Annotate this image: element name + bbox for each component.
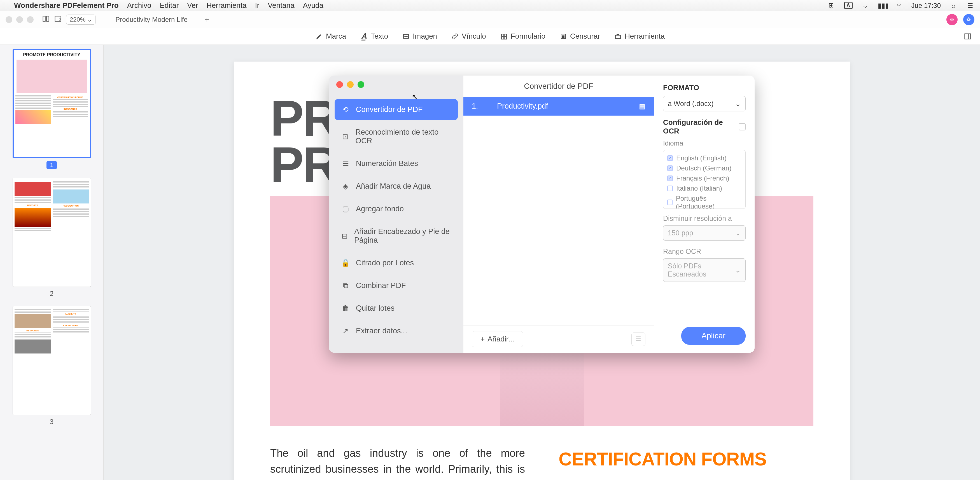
dialog-settings-panel: FORMATO a Word (.docx) ⌄ Configuración d…: [654, 76, 755, 353]
feedback-button[interactable]: ☺: [947, 14, 958, 25]
svg-rect-9: [616, 35, 620, 39]
view-mode-icon[interactable]: [54, 15, 62, 24]
ocr-icon: ⊡: [341, 132, 349, 141]
tool-vinculo[interactable]: Vínculo: [451, 32, 486, 41]
chevron-down-icon: ⌄: [735, 266, 741, 274]
window-titlebar: 220% ⌄ Productivity Modern Life + ☺ ⛭: [0, 11, 980, 28]
minimize-window-button[interactable]: [16, 16, 23, 23]
thumbnails-sidebar: PROMOTE PRODUCTIVITY CERTIFICATION FORMS…: [0, 45, 103, 480]
format-value: a Word (.docx): [668, 100, 713, 108]
new-tab-button[interactable]: +: [199, 15, 215, 24]
close-window-button[interactable]: [6, 16, 12, 23]
dialog-maximize-button[interactable]: [358, 81, 364, 88]
nav-extract[interactable]: ↗ Extraer datos...: [335, 321, 458, 342]
file-name: Productivity.pdf: [488, 102, 639, 111]
lang-portuguese[interactable]: Português (Portuguese): [667, 193, 741, 209]
file-row[interactable]: 1. Productivity.pdf ▤: [463, 97, 654, 116]
lang-french[interactable]: ✓Français (French): [667, 173, 741, 183]
body-column-left: The oil and gas industry is one of the m…: [270, 445, 525, 480]
page-thumbnail-1[interactable]: PROMOTE PRODUCTIVITY CERTIFICATION FORMS…: [13, 49, 91, 158]
menu-ventana[interactable]: Ventana: [268, 1, 294, 10]
reduce-label: Disminuir resolución a: [663, 215, 746, 223]
format-dropdown[interactable]: a Word (.docx) ⌄: [663, 96, 746, 111]
menu-ver[interactable]: Ver: [187, 1, 198, 10]
shield-icon[interactable]: ⛨: [827, 2, 836, 10]
lang-german[interactable]: ✓Deutsch (German): [667, 163, 741, 173]
wifi-icon[interactable]: ⌔: [895, 2, 903, 10]
nav-combine[interactable]: ⧉ Combinar PDF: [335, 275, 458, 296]
resolution-dropdown[interactable]: 150 ppp ⌄: [663, 225, 746, 241]
checkbox-checked-icon: ✓: [667, 155, 673, 161]
file-number: 1.: [472, 102, 488, 111]
nav-remove[interactable]: 🗑 Quitar lotes: [335, 298, 458, 319]
spotlight-icon[interactable]: ⌕: [949, 2, 958, 10]
layout-icon[interactable]: [42, 15, 50, 24]
panel-toggle[interactable]: [964, 32, 972, 40]
formato-label: FORMATO: [663, 83, 746, 92]
dialog-minimize-button[interactable]: [347, 81, 354, 88]
tool-label: Texto: [371, 32, 388, 41]
macos-menubar: Wondershare PDFelement Pro Archivo Edita…: [0, 0, 980, 11]
nav-encrypt[interactable]: 🔒 Cifrado por Lotes: [335, 253, 458, 273]
checkbox-icon: [667, 200, 673, 205]
image-icon: [402, 32, 410, 40]
rango-label: Rango OCR: [663, 248, 746, 256]
nav-convertidor[interactable]: ⟲ Convertidor de PDF: [335, 99, 458, 120]
nav-label: Agregar fondo: [356, 205, 404, 213]
ocr-enable-checkbox[interactable]: [739, 123, 746, 130]
tool-herramienta[interactable]: Herramienta: [614, 32, 665, 41]
apply-button[interactable]: Aplicar: [681, 327, 746, 345]
chevron-down-icon: ⌄: [87, 16, 92, 23]
document-canvas[interactable]: PROMOTE PRODUCTIVITY The oil and gas ind…: [103, 45, 980, 480]
dialog-close-button[interactable]: [336, 81, 343, 88]
maximize-window-button[interactable]: [27, 16, 33, 23]
ocr-range-dropdown[interactable]: Sólo PDFs Escaneados ⌄: [663, 258, 746, 282]
svg-rect-10: [965, 33, 971, 39]
combine-icon: ⧉: [341, 281, 350, 290]
dialog-file-list: Convertidor de PDF 1. Productivity.pdf ▤…: [463, 76, 654, 353]
keyboard-icon[interactable]: A: [844, 2, 853, 9]
clock[interactable]: Jue 17:30: [912, 2, 941, 10]
nav-header-footer[interactable]: ⊟ Añadir Encabezado y Pie de Página: [335, 221, 458, 251]
document-tab[interactable]: Productivity Modern Life: [104, 13, 199, 26]
checkbox-icon: [667, 186, 673, 191]
ocr-config-label: Configuración de OCR: [663, 118, 739, 135]
tool-label: Herramienta: [625, 32, 665, 41]
app-name[interactable]: Wondershare PDFelement Pro: [14, 1, 119, 10]
add-file-button[interactable]: + Añadir...: [472, 331, 523, 347]
language-list[interactable]: ✓English (English) ✓Deutsch (German) ✓Fr…: [663, 150, 746, 209]
nav-label: Numeración Bates: [356, 159, 418, 168]
nav-ocr[interactable]: ⊡ Reconocimiento de texto OCR: [335, 122, 458, 151]
bluetooth-icon[interactable]: ⌵: [861, 2, 869, 10]
traffic-lights: [6, 16, 33, 23]
menu-editar[interactable]: Editar: [160, 1, 179, 10]
lang-italian[interactable]: Italiano (Italian): [667, 183, 741, 193]
zoom-dropdown[interactable]: 220% ⌄: [66, 14, 96, 25]
nav-bates[interactable]: ☰ Numeración Bates: [335, 153, 458, 174]
user-account-button[interactable]: ⛭: [963, 14, 974, 25]
file-preview-icon[interactable]: ▤: [639, 102, 645, 110]
tool-marca[interactable]: Marca: [315, 32, 346, 41]
list-view-toggle[interactable]: ☰: [632, 332, 645, 346]
menu-ir[interactable]: Ir: [255, 1, 259, 10]
tool-label: Formulario: [511, 32, 546, 41]
idioma-label: Idioma: [663, 139, 746, 147]
nav-background[interactable]: ▢ Agregar fondo: [335, 199, 458, 219]
tool-censurar[interactable]: Censurar: [560, 32, 600, 41]
tool-imagen[interactable]: Imagen: [402, 32, 437, 41]
menu-herramienta[interactable]: Herramienta: [206, 1, 247, 10]
checkbox-checked-icon: ✓: [667, 165, 673, 171]
nav-watermark[interactable]: ◈ Añadir Marca de Agua: [335, 176, 458, 197]
menu-ayuda[interactable]: Ayuda: [303, 1, 323, 10]
tool-texto[interactable]: A̲ Texto: [360, 32, 388, 41]
page-number: 3: [8, 418, 95, 426]
form-icon: [500, 32, 508, 40]
battery-icon[interactable]: ▮▮▮: [878, 2, 886, 10]
menu-archivo[interactable]: Archivo: [127, 1, 151, 10]
page-thumbnail-3[interactable]: RESPONSE LIABILITY LEARN MORE: [13, 306, 91, 415]
page-thumbnail-2[interactable]: REPORTS RECOGNITION: [13, 178, 91, 287]
control-center-icon[interactable]: ☰: [966, 2, 974, 10]
lang-english[interactable]: ✓English (English): [667, 153, 741, 163]
tool-formulario[interactable]: Formulario: [500, 32, 546, 41]
svg-rect-7: [504, 37, 506, 39]
